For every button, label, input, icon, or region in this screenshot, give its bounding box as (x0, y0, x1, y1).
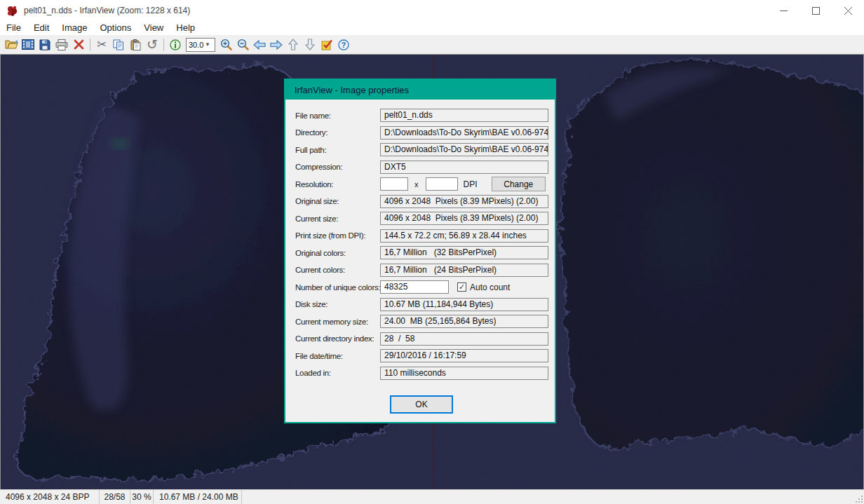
delete-icon[interactable] (70, 36, 87, 53)
status-file-index: 28/58 (100, 490, 130, 504)
toolbar-separator (90, 39, 90, 51)
help-icon[interactable]: ? (335, 36, 352, 53)
auto-count-checkbox[interactable]: ✓ (457, 282, 466, 292)
resolution-label: Resolution: (295, 180, 380, 189)
down-icon[interactable] (302, 36, 318, 53)
memory-size-label: Current memory size: (295, 318, 380, 326)
chevron-down-icon: ▼ (205, 41, 210, 48)
print-icon[interactable] (53, 36, 70, 53)
menu-help[interactable]: Help (170, 21, 201, 35)
unique-colors-input[interactable]: 48325 (380, 280, 449, 294)
compression-value: DXT5 (380, 161, 548, 174)
image-properties-dialog: IrfanView - Image properties File name: … (284, 79, 556, 423)
current-size-value: 4096 x 2048 Pixels (8.39 MPixels) (2.00) (380, 212, 548, 225)
next-file-icon[interactable] (268, 36, 285, 53)
irfanview-logo-icon (6, 5, 18, 17)
toolbar: ✂ ↺ 30.0 ▼ (0, 35, 864, 55)
current-colors-row: Current colors: 16,7 Million (24 BitsPer… (295, 264, 546, 277)
full-path-row: Full path: D:\Downloads\To-Do Skyrim\BAE… (295, 143, 546, 156)
irfanview-window: pelt01_n.dds - IrfanView (Zoom: 1228 x 6… (0, 0, 864, 504)
resize-grip[interactable] (856, 496, 863, 503)
disk-size-value: 10.67 MB (11,184,944 Bytes) (380, 298, 548, 311)
zoom-percent-value: 30.0 (187, 41, 205, 49)
directory-row: Directory: D:\Downloads\To-Do Skyrim\BAE… (295, 126, 546, 139)
auto-count-label: Auto count (470, 282, 510, 292)
current-colors-label: Current colors: (295, 266, 380, 274)
original-colors-row: Original colors: 16,7 Million (32 BitsPe… (295, 246, 546, 259)
resolution-row: Resolution: x DPI Change (295, 177, 546, 191)
paste-icon[interactable] (127, 36, 144, 53)
resolution-y-input[interactable] (426, 177, 458, 191)
zoom-in-icon[interactable] (217, 36, 234, 53)
memory-size-value: 24.00 MB (25,165,864 Bytes) (380, 315, 548, 328)
unique-colors-row: Number of unique colors: 48325 ✓ Auto co… (295, 280, 546, 294)
directory-index-value: 28 / 58 (380, 332, 548, 346)
current-colors-value: 16,7 Million (24 BitsPerPixel) (380, 264, 548, 277)
file-name-value: pelt01_n.dds (380, 109, 548, 122)
menu-edit[interactable]: Edit (27, 21, 55, 35)
save-icon[interactable] (36, 36, 53, 53)
current-size-row: Current size: 4096 x 2048 Pixels (8.39 M… (295, 212, 546, 225)
resolution-x-separator: x (414, 180, 419, 189)
svg-text:?: ? (342, 41, 346, 49)
directory-label: Directory: (295, 128, 380, 137)
print-size-row: Print size (from DPI): 144.5 x 72.2 cm; … (295, 229, 546, 243)
original-size-row: Original size: 4096 x 2048 Pixels (8.39 … (295, 195, 546, 208)
ok-button[interactable]: OK (390, 395, 453, 414)
toolbar-separator (163, 39, 164, 51)
batch-icon[interactable] (318, 36, 335, 53)
compression-row: Compression: DXT5 (295, 161, 546, 174)
status-memory-usage: 10.67 MB / 24.00 MB (154, 490, 242, 504)
loaded-in-label: Loaded in: (295, 369, 380, 377)
directory-index-row: Current directory index: 28 / 58 (295, 332, 546, 346)
full-path-label: Full path: (295, 146, 380, 154)
loaded-in-row: Loaded in: 110 milliseconds (295, 367, 546, 380)
full-path-value: D:\Downloads\To-Do Skyrim\BAE v0.06-974-… (380, 143, 548, 156)
undo-icon[interactable]: ↺ (144, 36, 161, 53)
resolution-x-input[interactable] (380, 177, 408, 191)
current-size-label: Current size: (295, 214, 380, 223)
maximize-button[interactable] (799, 0, 832, 21)
status-zoom-percent: 30 % (130, 490, 154, 504)
change-button[interactable]: Change (492, 177, 546, 191)
original-size-label: Original size: (295, 197, 380, 205)
image-properties-icon[interactable] (167, 36, 184, 53)
print-size-value: 144.5 x 72.2 cm; 56.89 x 28.44 inches (380, 229, 548, 243)
open-file-icon[interactable] (3, 36, 20, 53)
disk-size-label: Disk size: (295, 300, 380, 308)
menu-file[interactable]: File (0, 21, 27, 35)
checkmark-icon: ✓ (459, 283, 465, 291)
original-colors-value: 16,7 Million (32 BitsPerPixel) (380, 246, 548, 259)
close-button[interactable] (832, 0, 864, 21)
title-bar: pelt01_n.dds - IrfanView (Zoom: 1228 x 6… (0, 0, 864, 21)
compression-label: Compression: (295, 163, 380, 171)
status-bar: 4096 x 2048 x 24 BPP 28/58 30 % 10.67 MB… (0, 489, 864, 504)
previous-file-icon[interactable] (251, 36, 268, 53)
loaded-in-value: 110 milliseconds (380, 367, 548, 380)
dialog-button-row: OK (295, 395, 546, 414)
file-name-row: File name: pelt01_n.dds (295, 109, 546, 122)
minimize-button[interactable] (767, 0, 799, 21)
zoom-percent-combobox[interactable]: 30.0 ▼ (186, 38, 215, 52)
slideshow-icon[interactable] (20, 36, 36, 53)
window-title: pelt01_n.dds - IrfanView (Zoom: 1228 x 6… (24, 6, 190, 15)
menu-view[interactable]: View (137, 21, 170, 35)
memory-size-row: Current memory size: 24.00 MB (25,165,86… (295, 315, 546, 328)
dialog-title-bar[interactable]: IrfanView - Image properties (285, 80, 555, 100)
menu-options[interactable]: Options (94, 21, 138, 35)
cut-icon[interactable]: ✂ (93, 36, 110, 53)
file-name-label: File name: (295, 111, 380, 120)
status-empty-segment (242, 490, 864, 504)
directory-value: D:\Downloads\To-Do Skyrim\BAE v0.06-974-… (380, 126, 548, 139)
directory-index-label: Current directory index: (295, 334, 380, 343)
up-icon[interactable] (285, 36, 302, 53)
status-image-dimensions: 4096 x 2048 x 24 BPP (0, 490, 100, 504)
file-datetime-label: File date/time: (295, 352, 380, 360)
unique-colors-label: Number of unique colors: (295, 283, 380, 292)
menu-bar: File Edit Image Options View Help (0, 21, 864, 35)
dialog-body: File name: pelt01_n.dds Directory: D:\Do… (285, 100, 555, 414)
menu-image[interactable]: Image (55, 21, 93, 35)
copy-icon[interactable] (110, 36, 127, 53)
print-size-label: Print size (from DPI): (295, 231, 380, 240)
zoom-out-icon[interactable] (234, 36, 251, 53)
